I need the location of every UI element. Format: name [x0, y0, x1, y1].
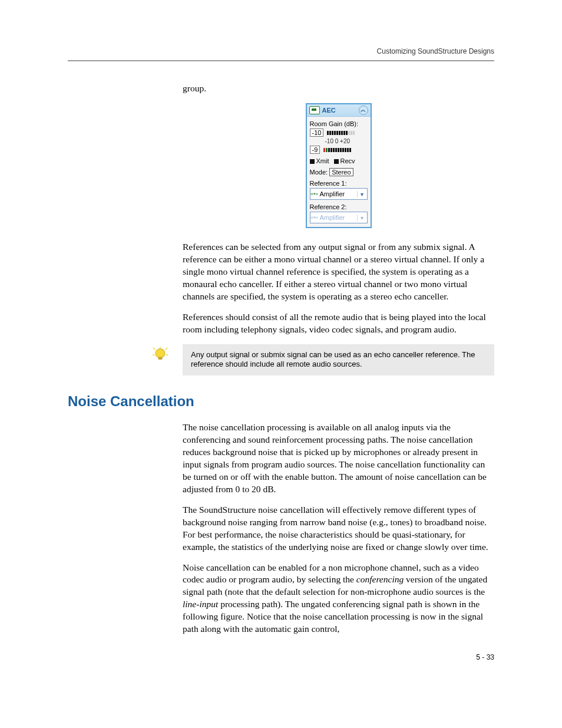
- reference-1-label: Reference 1:: [310, 180, 368, 187]
- reference-2-combo: «•» Amplifier ▾: [310, 212, 368, 223]
- nc-p3-emph-line-input: line-input: [183, 599, 218, 609]
- paragraph-references-1: References can be selected from any outp…: [183, 241, 494, 303]
- running-header: Customizing SoundStructure Designs: [68, 47, 494, 55]
- reference-1-value: Amplifier: [319, 190, 357, 197]
- note-lightbulb-icon: [152, 347, 168, 363]
- room-gain-label: Room Gain (dB):: [310, 120, 368, 127]
- nc-paragraph-3: Noise cancellation can be enabled for a …: [183, 562, 494, 636]
- room-gain-value-1[interactable]: -10: [310, 129, 324, 137]
- speaker-icon: «•»: [310, 215, 319, 220]
- intro-trailing-word: group.: [183, 83, 494, 95]
- xmit-indicator: Xmit: [310, 157, 329, 164]
- header-rule: [68, 60, 494, 61]
- page-number: 5 - 33: [68, 653, 494, 661]
- aec-panel: AEC ︽ Room Gain (dB): -10 -10 0 +20 -9: [306, 103, 372, 228]
- svg-point-0: [156, 348, 165, 358]
- nc-p3-text-c: processing path). The ungated conferenci…: [183, 599, 483, 634]
- paragraph-references-2: References should consist of all the rem…: [183, 311, 494, 336]
- mode-value[interactable]: Stereo: [329, 168, 353, 176]
- aec-module-icon: [309, 106, 320, 114]
- chevron-down-icon: ▾: [357, 215, 367, 221]
- recv-label: Recv: [340, 157, 355, 164]
- note-text: Any output signal or submix signal can b…: [191, 350, 475, 369]
- note-callout: Any output signal or submix signal can b…: [183, 344, 494, 376]
- reference-2-label: Reference 2:: [310, 203, 368, 210]
- nc-paragraph-2: The SoundStructure noise cancellation wi…: [183, 504, 494, 554]
- aec-panel-figure: AEC ︽ Room Gain (dB): -10 -10 0 +20 -9: [183, 103, 494, 228]
- svg-rect-1: [158, 357, 163, 359]
- speaker-icon: «•»: [310, 191, 319, 197]
- chevron-down-icon[interactable]: ▾: [357, 191, 367, 197]
- reference-1-combo[interactable]: «•» Amplifier ▾: [310, 188, 368, 200]
- xmit-led-icon: [310, 159, 315, 164]
- room-gain-meter-1: [327, 131, 362, 135]
- xmit-label: Xmit: [316, 157, 329, 164]
- meter-scale: -10 0 +20: [310, 138, 368, 144]
- recv-indicator: Recv: [334, 157, 355, 164]
- nc-paragraph-1: The noise cancellation processing is ava…: [183, 421, 494, 496]
- room-gain-meter-2: [323, 148, 359, 152]
- aec-panel-titlebar[interactable]: AEC ︽: [307, 104, 371, 117]
- reference-2-value: Amplifier: [319, 214, 357, 221]
- collapse-icon[interactable]: ︽: [359, 106, 368, 115]
- nc-p3-emph-conferencing: conferencing: [356, 574, 404, 584]
- aec-panel-title: AEC: [322, 107, 336, 114]
- section-heading-noise-cancellation: Noise Cancellation: [68, 393, 494, 410]
- mode-label: Mode:: [310, 169, 328, 176]
- room-gain-value-2[interactable]: -9: [310, 146, 320, 154]
- recv-led-icon: [334, 159, 339, 164]
